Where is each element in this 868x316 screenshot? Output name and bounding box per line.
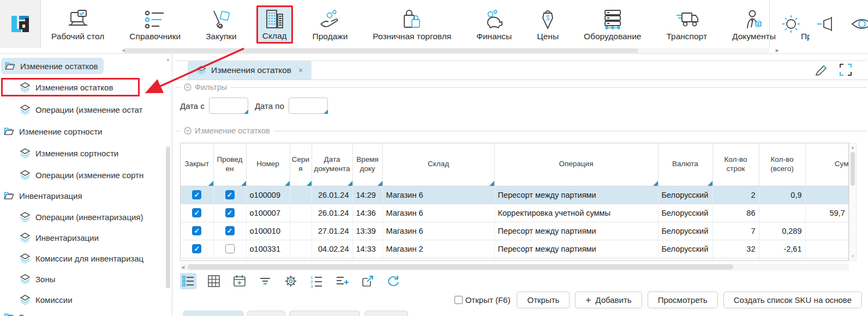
scroll-up-arrow[interactable]: ▲ bbox=[166, 57, 170, 62]
settings-button[interactable] bbox=[283, 273, 299, 289]
clipped-bottom-button[interactable] bbox=[289, 311, 360, 316]
collapse-icon[interactable] bbox=[184, 127, 191, 135]
open-checkbox-wrap[interactable]: Открыт (F6) bbox=[454, 295, 511, 305]
tree-item-operations-inventory[interactable]: Операции (инвентаризация) bbox=[20, 209, 143, 225]
toolbar-item-documents[interactable]: Документы bbox=[727, 7, 781, 44]
edit-pencil-icon[interactable] bbox=[815, 63, 829, 77]
posted-checkbox[interactable] bbox=[225, 244, 235, 253]
eye-icon[interactable] bbox=[851, 13, 868, 35]
toolbar-item-desktop[interactable]: Рабочий стол bbox=[46, 7, 110, 44]
toolbar-item-transport[interactable]: Транспорт bbox=[661, 7, 713, 44]
col-header-series[interactable]: Серия bbox=[290, 143, 312, 186]
filter-button[interactable] bbox=[257, 273, 273, 289]
table-hscrollbar-thumb[interactable] bbox=[188, 264, 733, 270]
col-header-line-count[interactable]: Кол-во строк bbox=[713, 143, 759, 186]
expand-fullscreen-icon[interactable] bbox=[839, 63, 853, 77]
open-button[interactable]: Открыть bbox=[517, 291, 570, 308]
tree-folder-inventory[interactable]: Инвентаризация bbox=[3, 187, 82, 204]
main-toolbar: Рабочий стол Справочники Закупки bbox=[0, 0, 868, 54]
tab-balance-changes[interactable]: Изменения остатков × bbox=[188, 61, 312, 80]
tree-item-commissions[interactable]: Комиссии bbox=[20, 291, 73, 308]
tree-item-zones[interactable]: Зоны bbox=[20, 271, 55, 287]
table-horizontal-scrollbar[interactable]: ◀ bbox=[180, 264, 849, 271]
tree-item-balance-changes[interactable]: Изменения остатков bbox=[1, 78, 140, 96]
cell-number: o100009 bbox=[246, 186, 290, 204]
view-button[interactable]: Просмотреть bbox=[648, 291, 718, 308]
refresh-icon bbox=[386, 274, 400, 288]
table-row[interactable]: o100010 27.01.24 13:39 Магазин 6 Пересор… bbox=[181, 222, 849, 240]
toolbar-item-retail[interactable]: Розничная торговля bbox=[367, 7, 457, 44]
table-vertical-scrollbar[interactable]: ▲ ▼ bbox=[849, 143, 857, 261]
numbered-list-button[interactable]: 1 2 3 bbox=[308, 273, 325, 289]
scroll-up-arrow[interactable]: ▲ bbox=[851, 145, 855, 150]
toolbar-item-catalogs[interactable]: Справочники bbox=[124, 7, 186, 44]
cell-time: 14:33 bbox=[352, 240, 382, 258]
toolbar-item-sales[interactable]: Продажи bbox=[307, 7, 354, 44]
tab-close-icon[interactable]: × bbox=[298, 66, 303, 75]
tree-item-operations-balance[interactable]: Операции (изменение остат bbox=[20, 101, 171, 118]
open-external-button[interactable] bbox=[360, 273, 376, 289]
col-header-qty-total[interactable]: Кол-во (всего) bbox=[759, 143, 805, 186]
toolbar-item-purchases[interactable]: Закупки bbox=[200, 7, 242, 44]
closed-checkbox[interactable] bbox=[192, 244, 201, 253]
col-header-operation[interactable]: Операция bbox=[494, 143, 658, 186]
closed-checkbox[interactable] bbox=[192, 190, 201, 199]
cell-sum bbox=[805, 222, 849, 240]
toolbar-scrollbar[interactable]: ◀ ▶ bbox=[123, 48, 769, 53]
add-button[interactable]: +Добавить bbox=[575, 291, 642, 308]
collapse-icon[interactable] bbox=[184, 83, 191, 91]
table-row[interactable]: o100007 26.01.24 14:36 Магазин 6 Коррект… bbox=[181, 204, 849, 222]
date-from-input[interactable] bbox=[209, 98, 248, 114]
tree-item-operations-grade[interactable]: Операции (изменение сортн bbox=[20, 167, 171, 183]
sun-icon[interactable] bbox=[780, 13, 802, 35]
sidebar-scrollbar[interactable]: ▲ bbox=[165, 55, 171, 315]
clipped-bottom-tab[interactable] bbox=[183, 311, 244, 316]
col-header-sum[interactable]: Сумма bbox=[805, 143, 849, 186]
create-sku-list-button[interactable]: Создать список SKU на основе bbox=[723, 291, 862, 308]
open-checkbox[interactable] bbox=[454, 296, 463, 304]
table-row[interactable]: o100009 26.01.24 14:29 Магазин 6 Пересор… bbox=[181, 186, 849, 204]
tree-item-grade-changes[interactable]: Изменения сортности bbox=[20, 145, 118, 161]
cell-warehouse: Магазин 6 bbox=[382, 222, 494, 240]
col-header-currency[interactable]: Валюта bbox=[658, 143, 713, 186]
toolbar-item-finance[interactable]: Финансы bbox=[471, 7, 517, 44]
tree-item-inventory-commissions[interactable]: Комиссии для инвентаризац bbox=[20, 250, 171, 266]
toolbar-item-warehouse[interactable]: Склад bbox=[256, 5, 293, 44]
list-view-button[interactable] bbox=[180, 273, 196, 289]
sidebar-scrollbar-thumb[interactable] bbox=[166, 147, 170, 288]
clipped-bottom-button[interactable] bbox=[247, 311, 285, 316]
posted-checkbox[interactable] bbox=[225, 226, 235, 235]
app-logo[interactable] bbox=[0, 0, 41, 48]
col-header-closed[interactable]: Закрыт bbox=[181, 143, 213, 186]
toolbar-scrollbar-thumb[interactable] bbox=[125, 48, 638, 53]
scroll-down-arrow[interactable]: ▼ bbox=[851, 254, 855, 259]
col-header-warehouse[interactable]: Склад bbox=[382, 143, 494, 186]
grid-view-button[interactable] bbox=[206, 273, 222, 289]
tree-folder-clipped[interactable]: Б bbox=[3, 309, 25, 316]
refresh-button[interactable] bbox=[385, 273, 402, 289]
calendar-view-button[interactable] bbox=[231, 273, 248, 289]
clipped-bottom-button[interactable] bbox=[364, 311, 408, 316]
layers-icon bbox=[20, 170, 31, 180]
col-header-number[interactable]: Номер bbox=[246, 143, 290, 186]
date-to-input[interactable] bbox=[289, 98, 328, 114]
toolbar-item-equipment[interactable]: Оборудование bbox=[578, 7, 646, 44]
table-row[interactable]: o100331 04.02.24 14:33 Магазин 2 Пересор… bbox=[181, 240, 849, 258]
toolbar-item-prices[interactable]: $ Цены bbox=[531, 7, 564, 44]
col-header-posted[interactable]: Проведен bbox=[213, 143, 246, 186]
closed-checkbox[interactable] bbox=[192, 226, 201, 235]
scroll-left-arrow[interactable]: ◀ bbox=[181, 265, 184, 270]
table-vscrollbar-thumb[interactable] bbox=[851, 152, 855, 186]
tree-folder-grade-change[interactable]: Изменение сортности bbox=[3, 123, 102, 139]
posted-checkbox[interactable] bbox=[225, 208, 235, 217]
megaphone-icon[interactable] bbox=[816, 14, 837, 34]
add-lines-button[interactable] bbox=[334, 273, 350, 289]
posted-checkbox[interactable] bbox=[225, 190, 235, 199]
col-header-date[interactable]: Дата документа bbox=[312, 143, 352, 186]
closed-checkbox[interactable] bbox=[192, 208, 201, 217]
scroll-right-arrow[interactable]: ▶ bbox=[776, 48, 779, 53]
tree-item-inventories[interactable]: Инвентаризации bbox=[20, 229, 99, 246]
col-header-time[interactable]: Время доку bbox=[352, 143, 382, 186]
tree-folder-balance-change[interactable]: Изменение остатков bbox=[1, 58, 104, 74]
documents-table-wrap: Закрыт Проведен Номер Серия Дата докумен… bbox=[180, 143, 849, 261]
